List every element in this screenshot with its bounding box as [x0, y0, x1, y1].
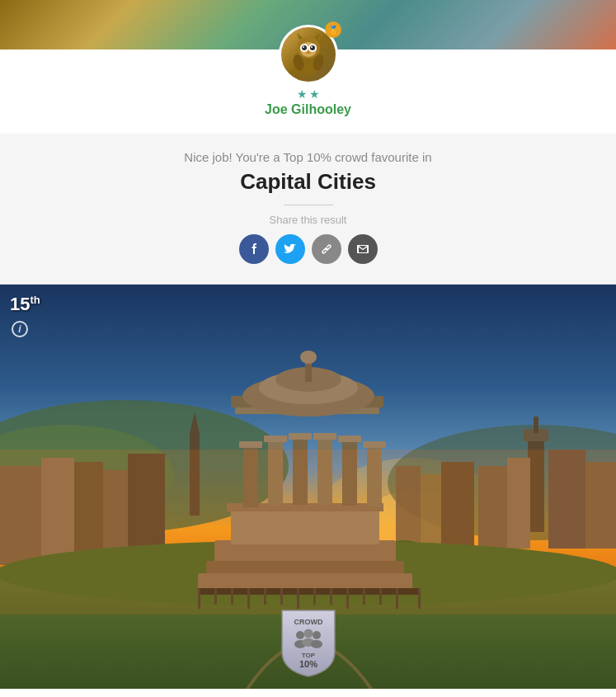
divider	[284, 205, 333, 205]
facebook-share-button[interactable]	[239, 234, 269, 264]
share-label: Share this result	[16, 214, 600, 226]
star-icon-2: ★	[309, 87, 320, 101]
avatar-container: 🏅	[279, 25, 338, 84]
svg-text:TOP: TOP	[301, 652, 315, 659]
svg-marker-11	[314, 33, 320, 40]
svg-rect-60	[338, 436, 361, 442]
star-icon-1: ★	[297, 87, 308, 101]
username: Joe Gilhooley	[265, 102, 351, 117]
svg-rect-25	[534, 417, 538, 433]
svg-point-8	[311, 46, 313, 48]
svg-text:CROWD: CROWD	[294, 618, 322, 626]
profile-section: 🏅 ★ ★ Joe Gilhooley	[0, 49, 616, 134]
svg-rect-59	[313, 433, 336, 440]
svg-point-91	[311, 640, 322, 648]
svg-point-7	[310, 45, 315, 50]
svg-rect-56	[239, 441, 262, 448]
svg-point-5	[303, 46, 304, 48]
svg-point-88	[303, 629, 313, 638]
share-buttons	[16, 234, 600, 264]
svg-rect-57	[264, 436, 287, 442]
info-icon[interactable]: i	[12, 321, 28, 337]
svg-point-68	[300, 351, 317, 364]
rank-label: 15th	[10, 294, 40, 313]
bottom-section: Top 10%	[0, 689, 616, 697]
result-subtitle: Nice job! You're a Top 10% crowd favouri…	[16, 150, 600, 164]
crowd-badge: CROWD TOP 10%	[275, 606, 341, 681]
badge-container: CROWD TOP 10%	[275, 606, 341, 681]
image-section: 15th i CROWD	[0, 285, 616, 689]
svg-point-4	[302, 45, 307, 50]
svg-text:10%: 10%	[299, 659, 317, 669]
svg-point-86	[296, 631, 304, 639]
svg-rect-84	[0, 450, 616, 615]
svg-point-90	[313, 631, 321, 639]
email-share-button[interactable]	[348, 234, 378, 264]
svg-rect-61	[363, 441, 386, 448]
star-badges: ★ ★	[297, 87, 320, 101]
copy-link-button[interactable]	[312, 234, 341, 264]
svg-rect-58	[289, 433, 312, 440]
result-title: Capital Cities	[16, 169, 600, 195]
twitter-share-button[interactable]	[275, 234, 305, 264]
svg-marker-10	[297, 33, 303, 40]
result-section: Nice job! You're a Top 10% crowd favouri…	[0, 134, 616, 285]
medal-badge: 🏅	[325, 21, 341, 38]
